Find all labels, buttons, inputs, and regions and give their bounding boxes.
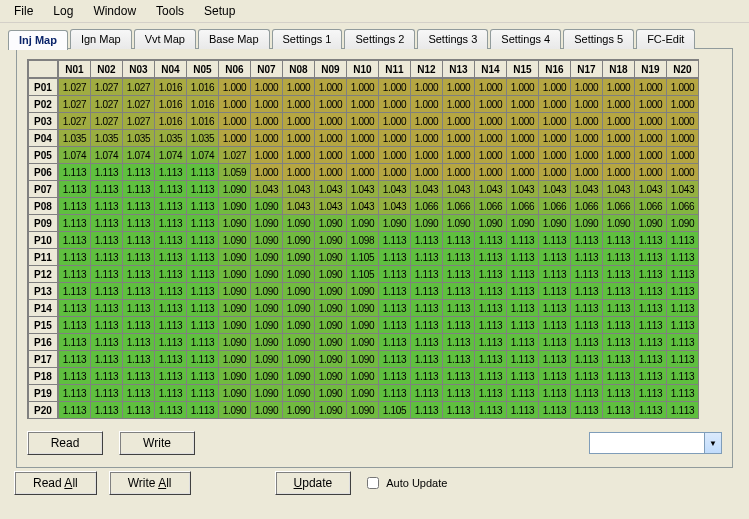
map-cell[interactable]: 1.113 [443,368,475,385]
map-cell[interactable]: 1.113 [667,283,699,300]
map-cell[interactable]: 1.000 [507,113,539,130]
row-header[interactable]: P11 [28,249,58,266]
map-cell[interactable]: 1.016 [155,96,187,113]
map-cell[interactable]: 1.090 [315,385,347,402]
row-header[interactable]: P05 [28,147,58,164]
map-cell[interactable]: 1.113 [91,198,123,215]
map-cell[interactable]: 1.113 [379,351,411,368]
map-cell[interactable]: 1.090 [251,249,283,266]
map-cell[interactable]: 1.113 [155,181,187,198]
map-cell[interactable]: 1.113 [507,334,539,351]
map-cell[interactable]: 1.027 [91,78,123,96]
map-cell[interactable]: 1.000 [251,96,283,113]
map-cell[interactable]: 1.113 [571,402,603,419]
map-cell[interactable]: 1.090 [315,215,347,232]
row-header[interactable]: P16 [28,334,58,351]
tab-fc-edit[interactable]: FC-Edit [636,29,695,49]
tab-settings-2[interactable]: Settings 2 [344,29,415,49]
map-cell[interactable]: 1.000 [315,113,347,130]
map-cell[interactable]: 1.000 [603,113,635,130]
map-cell[interactable]: 1.000 [635,147,667,164]
map-cell[interactable]: 1.113 [379,300,411,317]
col-header[interactable]: N12 [411,60,443,78]
map-cell[interactable]: 1.090 [251,351,283,368]
map-cell[interactable]: 1.113 [571,249,603,266]
map-cell[interactable]: 1.113 [155,283,187,300]
map-cell[interactable]: 1.113 [91,232,123,249]
map-cell[interactable]: 1.113 [91,215,123,232]
map-cell[interactable]: 1.000 [539,78,571,96]
map-cell[interactable]: 1.000 [315,78,347,96]
map-cell[interactable]: 1.000 [603,78,635,96]
map-cell[interactable]: 1.113 [443,266,475,283]
map-cell[interactable]: 1.113 [187,334,219,351]
map-cell[interactable]: 1.113 [603,266,635,283]
map-cell[interactable]: 1.090 [219,181,251,198]
map-cell[interactable]: 1.000 [603,96,635,113]
map-cell[interactable]: 1.113 [603,368,635,385]
map-cell[interactable]: 1.090 [219,334,251,351]
map-cell[interactable]: 1.113 [411,334,443,351]
map-cell[interactable]: 1.035 [187,130,219,147]
map-cell[interactable]: 1.113 [123,402,155,419]
map-cell[interactable]: 1.113 [379,317,411,334]
map-cell[interactable]: 1.113 [635,385,667,402]
map-cell[interactable]: 1.090 [219,368,251,385]
map-cell[interactable]: 1.027 [123,113,155,130]
map-cell[interactable]: 1.113 [571,317,603,334]
col-header[interactable]: N10 [347,60,379,78]
map-cell[interactable]: 1.035 [123,130,155,147]
map-cell[interactable]: 1.090 [251,215,283,232]
tab-ign-map[interactable]: Ign Map [70,29,132,49]
map-cell[interactable]: 1.043 [347,181,379,198]
map-cell[interactable]: 1.113 [379,232,411,249]
map-cell[interactable]: 1.113 [58,266,91,283]
map-cell[interactable]: 1.090 [219,402,251,419]
col-header[interactable]: N02 [91,60,123,78]
map-cell[interactable]: 1.090 [219,283,251,300]
col-header[interactable]: N13 [443,60,475,78]
map-cell[interactable]: 1.090 [283,249,315,266]
map-cell[interactable]: 1.113 [635,283,667,300]
row-header[interactable]: P08 [28,198,58,215]
map-cell[interactable]: 1.113 [155,249,187,266]
map-cell[interactable]: 1.113 [475,249,507,266]
map-cell[interactable]: 1.090 [347,402,379,419]
map-cell[interactable]: 1.113 [667,317,699,334]
map-cell[interactable]: 1.027 [91,96,123,113]
map-cell[interactable]: 1.090 [251,334,283,351]
map-cell[interactable]: 1.113 [507,368,539,385]
map-cell[interactable]: 1.113 [187,402,219,419]
map-cell[interactable]: 1.113 [123,317,155,334]
map-cell[interactable]: 1.000 [347,130,379,147]
map-cell[interactable]: 1.113 [475,385,507,402]
map-cell[interactable]: 1.090 [347,385,379,402]
tab-settings-4[interactable]: Settings 4 [490,29,561,49]
map-cell[interactable]: 1.113 [539,300,571,317]
map-cell[interactable]: 1.113 [571,266,603,283]
map-cell[interactable]: 1.113 [443,232,475,249]
map-cell[interactable]: 1.113 [635,232,667,249]
map-cell[interactable]: 1.113 [155,215,187,232]
map-cell[interactable]: 1.000 [571,147,603,164]
map-cell[interactable]: 1.090 [347,368,379,385]
map-cell[interactable]: 1.043 [283,181,315,198]
map-cell[interactable]: 1.113 [571,385,603,402]
map-cell[interactable]: 1.066 [507,198,539,215]
map-cell[interactable]: 1.113 [187,181,219,198]
map-cell[interactable]: 1.113 [155,266,187,283]
map-cell[interactable]: 1.113 [58,368,91,385]
map-cell[interactable]: 1.113 [58,164,91,181]
map-cell[interactable]: 1.090 [315,351,347,368]
map-cell[interactable]: 1.090 [283,266,315,283]
col-header[interactable]: N20 [667,60,699,78]
map-cell[interactable]: 1.016 [187,96,219,113]
map-cell[interactable]: 1.090 [315,300,347,317]
map-cell[interactable]: 1.113 [571,300,603,317]
map-cell[interactable]: 1.000 [539,96,571,113]
map-cell[interactable]: 1.113 [603,385,635,402]
map-cell[interactable]: 1.043 [539,181,571,198]
tab-settings-5[interactable]: Settings 5 [563,29,634,49]
map-cell[interactable]: 1.000 [603,164,635,181]
map-cell[interactable]: 1.113 [187,317,219,334]
